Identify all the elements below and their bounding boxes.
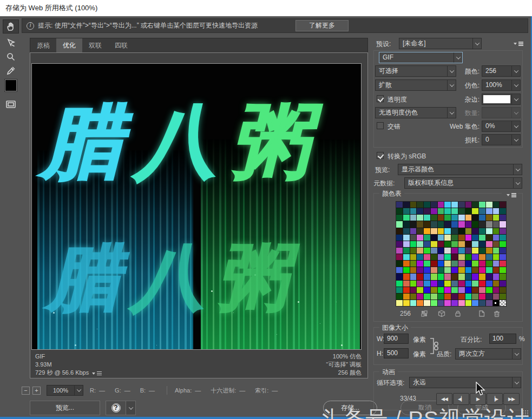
color-swatch[interactable] — [438, 281, 444, 287]
color-swatch[interactable] — [431, 248, 437, 254]
tab-original[interactable]: 原稿 — [30, 38, 56, 52]
resize-grip[interactable] — [522, 410, 529, 416]
color-swatch[interactable] — [493, 202, 500, 208]
color-swatch[interactable] — [472, 235, 478, 241]
color-swatch[interactable] — [493, 294, 500, 300]
download-speed-menu-icon[interactable] — [92, 371, 102, 376]
color-swatch[interactable] — [403, 254, 410, 260]
color-swatch[interactable] — [403, 221, 410, 227]
color-swatch[interactable] — [417, 267, 423, 273]
zoom-level-select[interactable]: 100% — [47, 385, 83, 396]
color-swatch[interactable] — [493, 267, 500, 273]
color-swatch[interactable] — [479, 300, 485, 306]
color-swatch[interactable] — [465, 287, 472, 293]
color-swatch[interactable] — [465, 221, 472, 227]
color-swatch[interactable] — [410, 254, 417, 260]
color-swatch[interactable] — [424, 261, 430, 267]
color-swatch[interactable] — [417, 300, 423, 306]
color-swatch[interactable] — [458, 202, 465, 208]
color-swatch[interactable] — [424, 294, 430, 300]
color-swatch[interactable] — [500, 221, 506, 227]
color-swatch[interactable] — [451, 202, 458, 208]
color-swatch[interactable] — [451, 241, 458, 247]
snap-to-web-icon[interactable] — [421, 310, 428, 319]
browser-select-chevron[interactable] — [126, 401, 136, 415]
color-swatch[interactable] — [458, 261, 465, 267]
color-swatch[interactable] — [403, 228, 410, 234]
color-swatch[interactable] — [486, 208, 492, 214]
color-swatch[interactable] — [444, 254, 451, 260]
color-swatch[interactable] — [396, 281, 403, 287]
color-swatch[interactable] — [438, 300, 444, 306]
color-swatch[interactable] — [396, 241, 403, 247]
zoom-in-button[interactable]: + — [32, 387, 41, 395]
color-swatch[interactable] — [451, 294, 458, 300]
color-swatch[interactable] — [451, 281, 458, 287]
color-swatch[interactable] — [438, 202, 444, 208]
color-swatch[interactable] — [493, 228, 500, 234]
color-swatch[interactable] — [424, 254, 430, 260]
color-swatch[interactable] — [417, 294, 423, 300]
loop-select[interactable]: 永远 — [409, 377, 521, 388]
color-swatch[interactable] — [403, 208, 410, 214]
color-swatch[interactable] — [493, 287, 500, 293]
zoom-out-button[interactable]: − — [22, 387, 30, 395]
color-swatch[interactable] — [479, 267, 485, 273]
color-swatch[interactable] — [396, 261, 403, 267]
color-swatch[interactable] — [444, 300, 451, 306]
color-swatch[interactable] — [472, 202, 478, 208]
color-swatch[interactable] — [486, 235, 492, 241]
color-swatch[interactable] — [500, 208, 506, 214]
color-swatch[interactable] — [417, 228, 423, 234]
color-swatch[interactable] — [444, 267, 451, 273]
color-swatch[interactable] — [500, 235, 506, 241]
color-swatch[interactable] — [444, 281, 451, 287]
slice-select-tool[interactable] — [3, 36, 19, 50]
color-swatch[interactable] — [417, 254, 423, 260]
color-swatch[interactable] — [417, 202, 423, 208]
color-swatch[interactable] — [458, 267, 465, 273]
color-swatch[interactable] — [500, 241, 506, 247]
eyedropper-tool[interactable] — [3, 64, 19, 78]
color-swatch[interactable] — [451, 300, 458, 306]
matte-color-swatch[interactable] — [5, 79, 17, 91]
color-swatch[interactable] — [493, 248, 500, 254]
color-swatch[interactable] — [486, 221, 492, 227]
color-swatch[interactable] — [396, 215, 403, 221]
color-swatch[interactable] — [403, 294, 410, 300]
color-swatch[interactable] — [438, 241, 444, 247]
preview-in-browser-button[interactable]: 预览... — [30, 401, 100, 415]
color-swatch[interactable] — [431, 241, 437, 247]
color-swatch[interactable] — [417, 274, 423, 280]
dither-method-select[interactable]: 扩散 — [375, 79, 456, 91]
color-swatch[interactable] — [417, 287, 423, 293]
color-swatch[interactable] — [410, 228, 417, 234]
color-swatch[interactable] — [403, 241, 410, 247]
format-select[interactable]: GIF — [379, 52, 463, 63]
color-swatch[interactable] — [493, 208, 500, 214]
color-swatch[interactable] — [458, 248, 465, 254]
color-swatch[interactable] — [472, 300, 478, 306]
color-swatch[interactable] — [479, 228, 485, 234]
color-swatch[interactable] — [431, 202, 437, 208]
color-swatch[interactable] — [417, 248, 423, 254]
color-swatch[interactable] — [438, 261, 444, 267]
toggle-slices-visibility[interactable] — [3, 97, 19, 111]
color-swatch[interactable] — [410, 287, 417, 293]
color-swatch[interactable] — [479, 221, 485, 227]
color-swatch[interactable] — [472, 254, 478, 260]
default-browser-button[interactable] — [106, 401, 126, 415]
color-swatch[interactable] — [451, 248, 458, 254]
color-swatch[interactable] — [472, 228, 478, 234]
color-swatch[interactable] — [486, 241, 492, 247]
color-swatch[interactable] — [396, 274, 403, 280]
color-swatch[interactable] — [451, 274, 458, 280]
color-swatch[interactable] — [486, 248, 492, 254]
color-swatch-transparent[interactable] — [500, 300, 506, 306]
color-swatch[interactable] — [410, 248, 417, 254]
color-swatch[interactable] — [465, 254, 472, 260]
color-swatch[interactable] — [500, 228, 506, 234]
color-swatch[interactable] — [444, 261, 451, 267]
color-swatch[interactable] — [500, 248, 506, 254]
color-swatch[interactable] — [403, 300, 410, 306]
